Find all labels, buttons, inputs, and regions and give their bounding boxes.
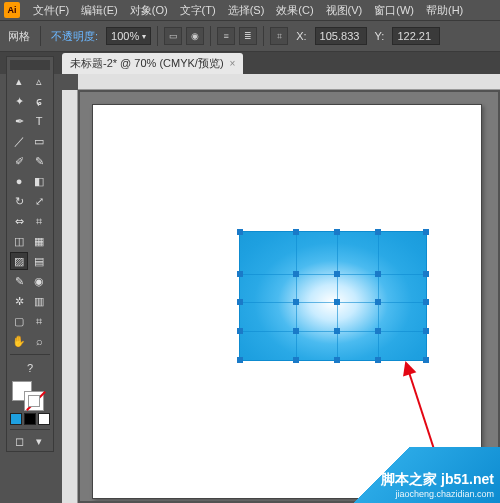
mesh-anchor[interactable] bbox=[293, 328, 299, 334]
recolor-icon[interactable]: ◉ bbox=[186, 27, 204, 45]
mesh-anchor[interactable] bbox=[423, 328, 429, 334]
mesh-anchor[interactable] bbox=[293, 357, 299, 363]
rectangle-tool[interactable]: ▭ bbox=[30, 132, 48, 150]
mesh-anchor[interactable] bbox=[237, 299, 243, 305]
line-tool[interactable]: ／ bbox=[10, 132, 28, 150]
perspective-tool[interactable]: ▦ bbox=[30, 232, 48, 250]
tab-title: 未标题-2* @ 70% (CMYK/预览) bbox=[70, 56, 224, 71]
unknown-tool[interactable]: ? bbox=[10, 359, 50, 377]
separator bbox=[40, 26, 41, 46]
mesh-anchor[interactable] bbox=[375, 299, 381, 305]
mesh-gridline bbox=[337, 232, 338, 360]
mesh-anchor[interactable] bbox=[237, 357, 243, 363]
menu-window[interactable]: 窗口(W) bbox=[369, 1, 419, 20]
paintbrush-tool[interactable]: ✐ bbox=[10, 152, 28, 170]
options-bar: 网格 不透明度: 100% ▭ ◉ ≡ ≣ ⌗ X: 105.833 Y: 12… bbox=[0, 20, 500, 52]
menu-object[interactable]: 对象(O) bbox=[125, 1, 173, 20]
lasso-tool[interactable]: ɕ bbox=[30, 92, 48, 110]
slice-tool[interactable]: ⌗ bbox=[30, 312, 48, 330]
mesh-anchor[interactable] bbox=[375, 357, 381, 363]
mesh-anchor[interactable] bbox=[423, 229, 429, 235]
mesh-anchor[interactable] bbox=[334, 357, 340, 363]
mesh-anchor[interactable] bbox=[423, 357, 429, 363]
ruler-vertical[interactable] bbox=[62, 90, 78, 503]
zoom-tool[interactable]: ⌕ bbox=[30, 332, 48, 350]
toolbox: ▴▵✦ɕ✒T／▭✐✎●◧↻⤢⇔⌗◫▦▨▤✎◉✲▥▢⌗✋⌕ ? ◻ ▾ bbox=[6, 56, 54, 452]
blob-brush-tool[interactable]: ● bbox=[10, 172, 28, 190]
magic-wand-tool[interactable]: ✦ bbox=[10, 92, 28, 110]
mesh-anchor[interactable] bbox=[334, 229, 340, 235]
pencil-tool[interactable]: ✎ bbox=[30, 152, 48, 170]
mesh-anchor[interactable] bbox=[293, 299, 299, 305]
menubar: Ai 文件(F) 编辑(E) 对象(O) 文字(T) 选择(S) 效果(C) 视… bbox=[0, 0, 500, 20]
mesh-anchor[interactable] bbox=[237, 229, 243, 235]
column-graph-tool[interactable]: ▥ bbox=[30, 292, 48, 310]
stroke-swatch[interactable] bbox=[24, 391, 44, 411]
close-icon[interactable]: × bbox=[230, 58, 236, 69]
stroke-align-icon[interactable]: ▭ bbox=[164, 27, 182, 45]
color-chip[interactable] bbox=[38, 413, 50, 425]
menu-select[interactable]: 选择(S) bbox=[223, 1, 270, 20]
free-transform-tool[interactable]: ⌗ bbox=[30, 212, 48, 230]
align-icon[interactable]: ≡ bbox=[217, 27, 235, 45]
x-field[interactable]: 105.833 bbox=[315, 27, 367, 45]
ruler-horizontal[interactable] bbox=[78, 74, 500, 90]
mesh-anchor[interactable] bbox=[334, 271, 340, 277]
scale-tool[interactable]: ⤢ bbox=[30, 192, 48, 210]
mesh-anchor[interactable] bbox=[423, 299, 429, 305]
menu-file[interactable]: 文件(F) bbox=[28, 1, 74, 20]
pen-tool[interactable]: ✒ bbox=[10, 112, 28, 130]
rotate-tool[interactable]: ↻ bbox=[10, 192, 28, 210]
opacity-field[interactable]: 100% bbox=[106, 27, 151, 45]
menu-help[interactable]: 帮助(H) bbox=[421, 1, 468, 20]
mesh-gridline bbox=[378, 232, 379, 360]
mesh-anchor[interactable] bbox=[375, 271, 381, 277]
watermark-line1: 脚本之家 jb51.net bbox=[381, 471, 494, 489]
menu-edit[interactable]: 编辑(E) bbox=[76, 1, 123, 20]
mesh-object[interactable] bbox=[239, 231, 427, 361]
mesh-anchor[interactable] bbox=[334, 328, 340, 334]
menu-view[interactable]: 视图(V) bbox=[321, 1, 368, 20]
document-tab-bar: 未标题-2* @ 70% (CMYK/预览) × bbox=[0, 52, 500, 74]
eyedropper-tool[interactable]: ✎ bbox=[10, 272, 28, 290]
transform-icon[interactable]: ⌗ bbox=[270, 27, 288, 45]
eraser-tool[interactable]: ◧ bbox=[30, 172, 48, 190]
width-tool[interactable]: ⇔ bbox=[10, 212, 28, 230]
divider bbox=[10, 429, 50, 430]
watermark: 脚本之家 jb51.net jiaocheng.chazidian.com bbox=[320, 447, 500, 503]
type-tool[interactable]: T bbox=[30, 112, 48, 130]
mesh-anchor[interactable] bbox=[375, 229, 381, 235]
mesh-anchor[interactable] bbox=[375, 328, 381, 334]
menu-type[interactable]: 文字(T) bbox=[175, 1, 221, 20]
mesh-anchor[interactable] bbox=[334, 299, 340, 305]
mesh-anchor[interactable] bbox=[293, 229, 299, 235]
symbol-sprayer-tool[interactable]: ✲ bbox=[10, 292, 28, 310]
mesh-anchor[interactable] bbox=[423, 271, 429, 277]
options-left-label: 网格 bbox=[4, 27, 34, 46]
color-chip[interactable] bbox=[10, 413, 22, 425]
gradient-tool[interactable]: ▤ bbox=[30, 252, 48, 270]
mesh-tool[interactable]: ▨ bbox=[10, 252, 28, 270]
menu-effect[interactable]: 效果(C) bbox=[271, 1, 318, 20]
artboard[interactable] bbox=[92, 104, 482, 499]
direct-selection-tool[interactable]: ▵ bbox=[30, 72, 48, 90]
document-tab[interactable]: 未标题-2* @ 70% (CMYK/预览) × bbox=[62, 53, 243, 74]
blend-tool[interactable]: ◉ bbox=[30, 272, 48, 290]
mesh-anchor[interactable] bbox=[237, 271, 243, 277]
shape-builder-tool[interactable]: ◫ bbox=[10, 232, 28, 250]
align-icon[interactable]: ≣ bbox=[239, 27, 257, 45]
artboard-tool[interactable]: ▢ bbox=[10, 312, 28, 330]
fill-stroke-swatch[interactable] bbox=[10, 381, 50, 409]
canvas-area[interactable] bbox=[80, 92, 498, 501]
opacity-label: 不透明度: bbox=[47, 27, 102, 46]
mesh-anchor[interactable] bbox=[237, 328, 243, 334]
mesh-gridline bbox=[296, 232, 297, 360]
change-screen-icon[interactable]: ▾ bbox=[30, 434, 48, 448]
hand-tool[interactable]: ✋ bbox=[10, 332, 28, 350]
mesh-anchor[interactable] bbox=[293, 271, 299, 277]
screen-mode-icon[interactable]: ◻ bbox=[10, 434, 28, 448]
toolbox-handle[interactable] bbox=[10, 60, 50, 70]
y-field[interactable]: 122.21 bbox=[392, 27, 440, 45]
selection-tool[interactable]: ▴ bbox=[10, 72, 28, 90]
color-chip[interactable] bbox=[24, 413, 36, 425]
